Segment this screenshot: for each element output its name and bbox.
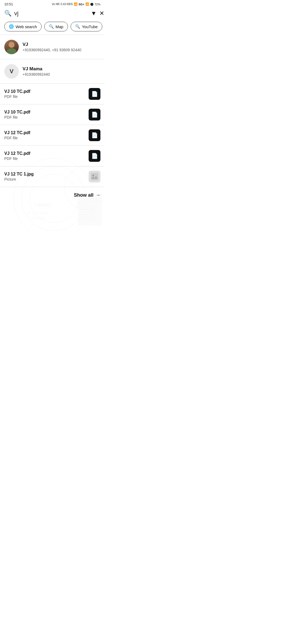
file-type-4: PDF file [4, 156, 85, 161]
chip-youtube-icon: 🔍 [75, 24, 80, 29]
contact-phone-vj-mama: +919360992440 [23, 72, 100, 76]
pdf-icon-4: 📄 [89, 150, 100, 162]
search-icon: 🔍 [4, 10, 12, 17]
file-item-2[interactable]: VJ 10 TC.pdf PDF file 📄 [0, 104, 105, 125]
chips-row: 🌐 Web search 🔍 Map 🔍 YouTube 🔍 [0, 20, 105, 35]
chip-map[interactable]: 🔍 Map [44, 22, 68, 31]
contact-info-vj-mama: VJ Mama +919360992440 [23, 66, 100, 76]
svg-text:PERSON: PERSON [31, 216, 46, 220]
file-info-5: VJ 12 TC 1.jpg Picture [4, 172, 85, 181]
show-all-label: Show all [74, 192, 93, 198]
pdf-icon-1: 📄 [89, 88, 100, 100]
file-info-4: VJ 12 TC.pdf PDF file [4, 151, 85, 161]
chip-map-label: Map [56, 24, 63, 29]
status-right: Vo NR 0.43 KB/S 📶 5G+ 📶 ⬤ 72% [52, 2, 100, 6]
battery-percent: 72% [95, 3, 100, 6]
file-item-4[interactable]: VJ 12 TC.pdf PDF file 📄 [0, 146, 105, 166]
chip-web-search[interactable]: 🌐 Web search [4, 22, 42, 31]
image-thumbnail-5 [89, 171, 100, 182]
contact-phone-vj: +919360992440, +91 93609 92440 [23, 48, 100, 52]
pdf-icon-2: 📄 [89, 109, 100, 120]
show-all-arrow: → [96, 192, 100, 198]
file-type-1: PDF file [4, 94, 85, 99]
battery-icon: ⬤ [90, 2, 93, 6]
chip-map-icon: 🔍 [49, 24, 54, 29]
svg-text:I WANT: I WANT [35, 202, 52, 208]
file-type-5: Picture [4, 177, 85, 181]
file-info-3: VJ 12 TC.pdf PDF file [4, 130, 85, 140]
status-speed: 0.43 KB/S [61, 3, 73, 6]
search-bar: 🔍 ▼ ✕ [0, 7, 105, 20]
contact-item-vj[interactable]: VJ +919360992440, +91 93609 92440 [0, 35, 105, 59]
pdf-icon-3: 📄 [89, 129, 100, 141]
chip-web-search-icon: 🌐 [9, 24, 14, 29]
wifi-icon: 📶 [74, 2, 78, 6]
status-5g: 5G+ [79, 3, 84, 6]
file-name-3: VJ 12 TC.pdf [4, 130, 85, 135]
signal-icon: 📶 [85, 2, 89, 6]
contact-name-vj-mama: VJ Mama [23, 66, 100, 72]
file-item-1[interactable]: VJ 10 TC.pdf PDF file 📄 [0, 84, 105, 104]
status-vo-nr: Vo NR [52, 3, 60, 6]
svg-text:STRONGER: STRONGER [27, 211, 48, 215]
avatar-vj-mama: V [4, 64, 19, 79]
file-name-2: VJ 10 TC.pdf [4, 110, 85, 115]
file-info-1: VJ 10 TC.pdf PDF file [4, 89, 85, 99]
file-type-2: PDF file [4, 115, 85, 119]
file-item-5[interactable]: VJ 12 TC 1.jpg Picture [0, 166, 105, 187]
svg-rect-0 [91, 173, 98, 180]
close-icon[interactable]: ✕ [99, 10, 104, 17]
svg-point-1 [92, 175, 94, 176]
contact-item-vj-mama[interactable]: V VJ Mama +919360992440 [0, 59, 105, 83]
avatar-vj [4, 40, 19, 54]
chip-youtube[interactable]: 🔍 YouTube [71, 22, 102, 31]
file-item-3[interactable]: VJ 12 TC.pdf PDF file 📄 [0, 125, 105, 145]
search-input[interactable] [14, 10, 88, 17]
filter-icon[interactable]: ▼ [91, 10, 97, 17]
chip-youtube-label: YouTube [82, 24, 98, 29]
chip-web-search-label: Web search [16, 24, 37, 29]
show-all-button[interactable]: Show all → [0, 187, 105, 202]
file-type-3: PDF file [4, 136, 85, 140]
file-name-4: VJ 12 TC.pdf [4, 151, 85, 156]
file-info-2: VJ 10 TC.pdf PDF file [4, 110, 85, 119]
file-name-5: VJ 12 TC 1.jpg [4, 172, 85, 177]
contact-info-vj: VJ +919360992440, +91 93609 92440 [23, 42, 100, 52]
file-name-1: VJ 10 TC.pdf [4, 89, 85, 94]
contact-name-vj: VJ [23, 42, 100, 47]
status-bar: 10:51 Vo NR 0.43 KB/S 📶 5G+ 📶 ⬤ 72% [0, 0, 105, 7]
status-time: 10:51 [4, 2, 13, 6]
